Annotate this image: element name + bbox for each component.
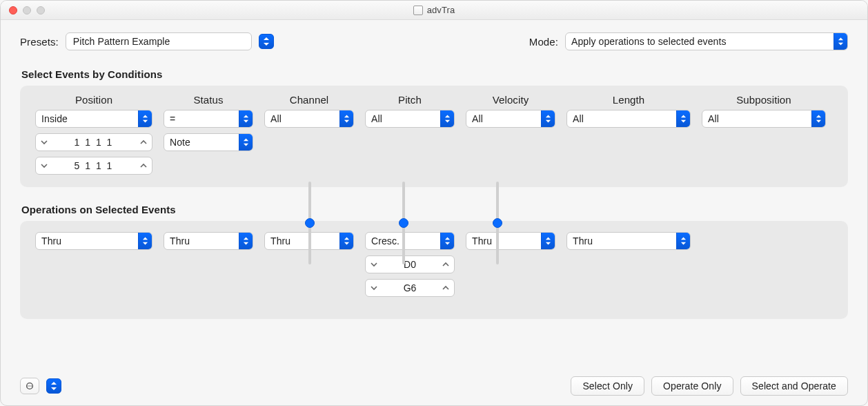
dropdown-indicator-icon [239,110,253,127]
mode-value: Apply operations to selected events [571,36,727,47]
stepper-increment-icon[interactable] [135,134,152,151]
channel-slider[interactable] [308,182,311,264]
position-end-stepper[interactable]: 5 1 1 1 [35,157,152,175]
status-op-value: = [170,113,175,124]
slider-handle-icon[interactable] [305,218,315,228]
dropdown-indicator-icon [339,110,353,127]
length-value: All [573,113,584,124]
dropdown-indicator-icon [339,233,353,249]
window-controls [1,6,45,14]
pitch-value: All [371,113,382,124]
titlebar: advTra [1,1,867,20]
dropdown-indicator-icon [138,110,152,127]
mode-select[interactable]: Apply operations to selected events [565,32,848,50]
op-pitch-mode-select[interactable]: Cresc. [365,232,455,250]
op-velocity-select[interactable]: Thru [466,232,555,250]
op-subposition-cell [702,232,826,297]
conditions-panel: Position Status Channel Pitch Velocity L… [20,86,848,187]
close-window-button[interactable] [9,6,17,14]
dropdown-indicator-icon [834,33,847,50]
dropdown-indicator-icon [239,134,253,151]
stepper-increment-icon[interactable] [437,280,454,296]
col-head-status: Status [164,94,253,106]
presets-label: Presets: [20,36,59,48]
pitch-cell: All [365,110,455,175]
dropdown-indicator-icon [138,233,152,249]
op-pitch-cell: Cresc. D0 G6 [365,232,455,297]
velocity-slider[interactable] [496,182,499,264]
col-head-pitch: Pitch [365,94,455,106]
select-and-operate-button[interactable]: Select and Operate [740,376,848,396]
channel-cell: All [264,110,354,175]
stepper-decrement-icon[interactable] [366,256,382,273]
presets-menu-button[interactable] [259,34,274,49]
more-options-menu-button[interactable] [46,378,61,394]
dropdown-indicator-icon [440,110,454,127]
col-head-subposition: Subposition [702,94,826,106]
dropdown-indicator-icon [676,233,690,249]
presets-field[interactable]: Pitch Pattern Example [66,32,252,50]
more-options-button[interactable] [20,378,39,394]
subposition-cell: All [702,110,826,175]
op-status-select[interactable]: Thru [164,232,253,250]
velocity-value: All [472,113,483,124]
length-select[interactable]: All [566,110,691,128]
op-pitch-to-stepper[interactable]: G6 [365,279,455,297]
pitch-select[interactable]: All [365,110,455,128]
status-op-select[interactable]: = [164,110,253,128]
col-head-length: Length [566,94,691,106]
col-head-channel: Channel [264,94,354,106]
status-type-select[interactable]: Note [164,133,253,151]
op-pitch-to-value: G6 [382,280,437,296]
channel-value: All [270,113,282,124]
slider-handle-icon[interactable] [399,218,408,228]
subposition-value: All [708,113,719,124]
content: Presets: Pitch Pattern Example Mode: App… [1,20,867,405]
op-pitch-from-stepper[interactable]: D0 [365,255,455,273]
position-end-value: 5 1 1 1 [52,157,135,174]
status-cell: = Note [164,110,253,175]
operations-panel: Thru Thru Thru Cresc [20,221,848,319]
stepper-decrement-icon[interactable] [366,280,382,296]
svg-point-3 [30,385,31,386]
select-and-operate-label: Select and Operate [752,380,836,392]
op-length-select[interactable]: Thru [566,232,691,250]
op-position-select[interactable]: Thru [35,232,152,250]
footer: Select Only Operate Only Select and Oper… [20,367,848,396]
window-title-text: advTra [427,5,455,15]
presets-value: Pitch Pattern Example [73,36,170,47]
dropdown-indicator-icon [440,233,454,249]
operations-title: Operations on Selected Events [21,204,848,215]
velocity-select[interactable]: All [466,110,555,128]
op-pitch-mode-value: Cresc. [371,235,400,246]
op-channel-value: Thru [270,235,290,246]
pitch-slider[interactable] [402,182,405,264]
svg-point-1 [28,385,28,386]
app-icon [413,6,423,15]
stepper-decrement-icon[interactable] [36,157,52,174]
operate-only-button[interactable]: Operate Only [651,376,733,396]
subposition-select[interactable]: All [702,110,826,128]
slider-handle-icon[interactable] [493,218,502,228]
position-start-stepper[interactable]: 1 1 1 1 [35,133,152,151]
position-mode-value: Inside [41,113,68,124]
stepper-increment-icon[interactable] [437,256,454,273]
select-only-button[interactable]: Select Only [571,376,644,396]
stepper-decrement-icon[interactable] [36,134,52,151]
dropdown-indicator-icon [811,110,825,127]
position-start-value: 1 1 1 1 [52,134,135,151]
position-cell: Inside 1 1 1 1 5 1 1 1 [35,110,152,175]
op-position-cell: Thru [35,232,152,297]
op-velocity-value: Thru [472,235,492,246]
position-mode-select[interactable]: Inside [35,110,152,128]
dropdown-indicator-icon [239,233,253,249]
minimize-window-button[interactable] [23,6,31,14]
zoom-window-button[interactable] [37,6,45,14]
op-status-cell: Thru [164,232,253,297]
window-title: advTra [1,5,867,15]
stepper-increment-icon[interactable] [135,157,152,174]
status-type-value: Note [170,137,190,148]
dropdown-indicator-icon [676,110,690,127]
channel-select[interactable]: All [264,110,354,128]
op-velocity-cell: Thru [466,232,555,297]
